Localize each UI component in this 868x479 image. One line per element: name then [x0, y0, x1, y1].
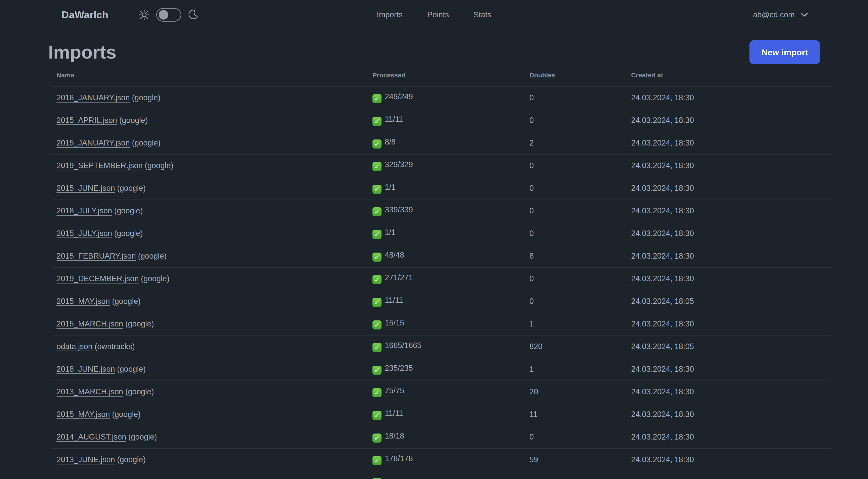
table-row: 2019_SEPTEMBER.json (google)✓329/329024.… [52, 154, 832, 177]
file-source: (google) [130, 93, 160, 102]
top-bar: DaWarIch Imports Points Stats [0, 0, 868, 30]
chevron-down-icon [800, 12, 808, 17]
file-link[interactable]: 2018_JULY.json [57, 206, 112, 215]
success-icon: ✓ [372, 411, 381, 420]
doubles-cell: 0 [529, 177, 631, 200]
file-source: (google) [117, 116, 148, 125]
name-cell: 2018_JULY.json (google) [52, 200, 372, 222]
table-row: 2015_MAY.json (google)✓11/111124.03.2024… [52, 403, 832, 426]
processed-cell: ✓11/11 [372, 109, 529, 132]
processed-count: 15/15 [385, 319, 404, 327]
processed-cell: ✓11/11 [372, 403, 529, 426]
created-at-cell: 24.03.2024, 18:30 [631, 358, 832, 381]
processed-count: 11/11 [385, 409, 403, 418]
doubles-cell: 0 [529, 222, 631, 245]
name-cell: 2013_JUNE.json (google) [52, 448, 372, 471]
file-link[interactable]: 2019_DECEMBER.json [57, 274, 138, 283]
success-icon: ✓ [372, 388, 381, 397]
file-source: (google) [123, 387, 154, 396]
doubles-cell: 0 [529, 426, 631, 448]
file-source: (google) [110, 297, 141, 306]
name-cell: 2018_JANUARY.json (google) [52, 86, 372, 109]
table-row: 2015_FEBRUARY.json (google)✓48/48824.03.… [52, 245, 832, 267]
doubles-cell: 0 [529, 200, 631, 222]
processed-cell: ✓1/1 [372, 222, 529, 245]
name-cell: 2014_AUGUST.json (google) [52, 426, 372, 448]
table-row: 2018_JANUARY.json (google)✓249/249024.03… [52, 86, 832, 109]
doubles-cell: 2 [529, 132, 631, 154]
file-source: (google) [115, 365, 146, 373]
processed-count: 271/271 [385, 273, 413, 282]
doubles-cell: 59 [529, 448, 631, 471]
nav-item-points[interactable]: Points [427, 10, 449, 19]
app-logo[interactable]: DaWarIch [62, 9, 108, 21]
doubles-cell: 11 [529, 403, 631, 426]
file-link[interactable]: 2014_AUGUST.json [57, 432, 126, 441]
new-import-button[interactable]: New import [749, 40, 820, 64]
table-row: 2014_AUGUST.json (google)✓18/18024.03.20… [52, 426, 832, 448]
created-at-cell: 24.03.2024, 18:30 [631, 426, 832, 448]
nav-item-imports[interactable]: Imports [377, 10, 403, 19]
file-source: (google) [136, 251, 166, 260]
processed-count: 249/249 [385, 92, 413, 101]
file-link[interactable]: 2015_JULY.json [57, 229, 112, 238]
file-source: (google) [110, 410, 141, 419]
column-header-name: Name [52, 64, 372, 86]
processed-count: 1665/1665 [385, 341, 422, 350]
file-link[interactable]: 2018_JANUARY.json [57, 93, 130, 102]
file-source: (google) [138, 274, 169, 283]
file-source: (google) [130, 139, 160, 147]
success-icon: ✓ [372, 478, 381, 479]
created-at-cell: 24.03.2024, 18:30 [631, 381, 832, 403]
created-at-cell: 24.03.2024, 18:30 [631, 109, 832, 132]
moon-icon [187, 9, 199, 21]
success-icon: ✓ [372, 185, 381, 194]
success-icon: ✓ [372, 252, 381, 262]
column-header-created-at: Created at [631, 64, 832, 86]
file-link[interactable]: 2015_APRIL.json [57, 116, 117, 125]
doubles-cell: 0 [529, 290, 631, 312]
table-row: 2019_DECEMBER.json (google)✓271/271024.0… [52, 267, 832, 290]
table-row: 2018_JULY.json (google)✓339/339024.03.20… [52, 200, 832, 222]
file-link[interactable]: 2015_FEBRUARY.json [57, 251, 136, 260]
processed-count: 1/1 [385, 228, 396, 237]
file-link[interactable]: 2015_MARCH.json [57, 320, 123, 328]
created-at-cell: 24.03.2024, 18:30 [631, 132, 832, 154]
page-header: Imports New import [0, 30, 868, 64]
processed-count: 18/18 [385, 431, 404, 440]
theme-toggle-group [138, 8, 199, 22]
file-link[interactable]: 2018_JUNE.json [57, 365, 115, 373]
partial-table-row: ✓ [52, 478, 832, 479]
created-at-cell: 24.03.2024, 18:30 [631, 200, 832, 222]
file-link[interactable]: odata.json [57, 342, 92, 351]
account-menu[interactable]: ab@cd.com [753, 10, 808, 19]
page-title: Imports [48, 40, 116, 64]
theme-toggle[interactable] [156, 8, 181, 22]
file-link[interactable]: 2015_MAY.json [57, 297, 110, 306]
file-link[interactable]: 2015_JANUARY.json [57, 139, 130, 147]
processed-cell: ✓18/18 [372, 426, 529, 448]
success-icon: ✓ [372, 321, 381, 329]
success-icon: ✓ [372, 433, 381, 443]
file-link[interactable]: 2013_MARCH.json [57, 387, 123, 396]
file-link[interactable]: 2015_MAY.json [57, 410, 110, 419]
doubles-cell: 8 [529, 245, 631, 267]
file-link[interactable]: 2019_SEPTEMBER.json [57, 161, 143, 170]
processed-cell: ✓339/339 [372, 200, 529, 222]
processed-count: 75/75 [385, 386, 404, 395]
file-link[interactable]: 2015_JUNE.json [57, 184, 115, 192]
nav-item-stats[interactable]: Stats [473, 10, 491, 19]
file-source: (google) [115, 455, 146, 464]
name-cell: 2015_APRIL.json (google) [52, 109, 372, 132]
table-header-row: Name Processed Doubles Created at [52, 64, 832, 86]
name-cell: 2015_MARCH.json (google) [52, 312, 372, 335]
created-at-cell: 24.03.2024, 18:30 [631, 222, 832, 245]
table-row: 2015_JANUARY.json (google)✓8/8224.03.202… [52, 132, 832, 154]
created-at-cell: 24.03.2024, 18:30 [631, 267, 832, 290]
account-email: ab@cd.com [753, 10, 795, 19]
processed-cell: ✓75/75 [372, 381, 529, 403]
table-row: 2018_JUNE.json (google)✓235/235124.03.20… [52, 358, 832, 381]
created-at-cell: 24.03.2024, 18:30 [631, 312, 832, 335]
file-link[interactable]: 2013_JUNE.json [57, 455, 115, 464]
imports-table-container: Name Processed Doubles Created at 2018_J… [52, 64, 832, 479]
